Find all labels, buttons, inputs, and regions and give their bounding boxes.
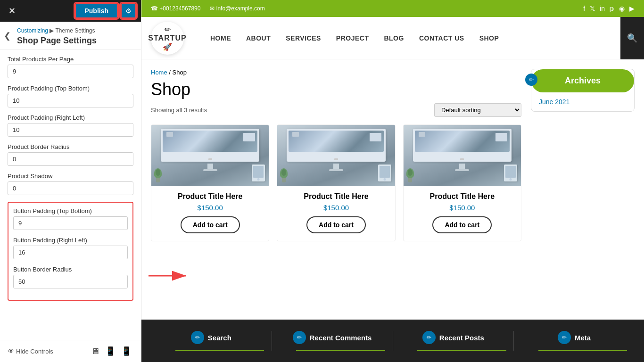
twitter-icon[interactable]: 𝕏 — [590, 5, 595, 12]
nav-link-shop[interactable]: SHOP — [472, 17, 507, 59]
site-top-bar: ☎ +001234567890 ✉ info@example.com f 𝕏 i… — [141, 0, 644, 17]
panel-content: Total Products Per Page Product Padding … — [0, 50, 141, 340]
sort-select[interactable]: Default sortingSort by popularitySort by… — [434, 103, 521, 117]
product-title-0: Product Title Here — [155, 192, 265, 202]
linkedin-icon[interactable]: in — [600, 5, 605, 12]
instagram-icon[interactable]: ◉ — [619, 5, 625, 12]
desktop-view-button[interactable]: 🖥 — [89, 345, 101, 357]
logo-icon: ✏ — [165, 25, 171, 34]
field-input-btn-padding-rl[interactable] — [13, 246, 128, 259]
field-group-btn-padding-rl: Button Padding (Right Left) — [13, 237, 128, 259]
field-input-product-padding-rl[interactable] — [8, 123, 133, 137]
field-label-product-shadow: Product Shadow — [8, 173, 133, 180]
add-to-cart-button-0[interactable]: Add to cart — [181, 216, 240, 233]
field-input-product-border-radius[interactable] — [8, 152, 133, 166]
site-nav: ✏ STARTUP 🚀 HOMEABOUTSERVICESPROJECTBLOG… — [141, 17, 644, 59]
field-group-product-padding-tb: Product Padding (Top Bottom) — [8, 85, 133, 107]
product-price-2: $150.00 — [404, 204, 521, 212]
product-price-0: $150.00 — [151, 204, 269, 212]
hide-controls-label: Hide Controls — [16, 348, 53, 355]
add-to-cart-button-1[interactable]: Add to cart — [306, 216, 366, 233]
publish-button[interactable]: Publish — [75, 3, 118, 18]
highlighted-section: Button Padding (Top Bottom) Button Paddi… — [8, 202, 133, 301]
normal-fields: Total Products Per Page Product Padding … — [8, 56, 133, 195]
field-group-product-border-radius: Product Border Radius — [8, 143, 133, 166]
hide-controls-button[interactable]: 👁 Hide Controls — [8, 347, 53, 355]
archives-body: June 2021 — [531, 92, 634, 111]
field-input-product-shadow[interactable] — [8, 181, 133, 195]
field-label-product-border-radius: Product Border Radius — [8, 143, 133, 150]
archives-widget: ✏ Archives June 2021 — [531, 69, 635, 112]
nav-link-blog[interactable]: BLOG — [376, 17, 411, 59]
footer-widget-search: ✏ Search — [151, 331, 272, 351]
field-label-btn-padding-tb: Button Padding (Top Bottom) — [13, 207, 128, 214]
footer-widget-icon-1: ✏ — [293, 331, 306, 344]
product-card-1: Product Title Here $150.00 Add to cart — [277, 124, 395, 241]
field-group-btn-border-radius: Button Border Radius — [13, 266, 128, 288]
field-input-product-padding-tb[interactable] — [8, 94, 133, 107]
field-input-btn-padding-tb[interactable] — [13, 216, 128, 230]
field-input-total-products[interactable] — [8, 65, 133, 78]
product-title-2: Product Title Here — [407, 192, 517, 202]
customizer-panel: ✕ Publish ⚙ ❮ Customizing ▶ Theme Settin… — [0, 0, 141, 362]
gear-button[interactable]: ⚙ — [121, 3, 136, 18]
facebook-icon[interactable]: f — [583, 5, 585, 12]
nav-link-project[interactable]: PROJECT — [329, 17, 377, 59]
breadcrumb-trail: Home / Shop — [151, 69, 521, 76]
nav-link-services[interactable]: SERVICES — [278, 17, 329, 59]
archives-june-link[interactable]: June 2021 — [539, 98, 570, 106]
contact-info: ☎ +001234567890 ✉ info@example.com — [151, 5, 265, 12]
breadcrumb-trail-sep: / — [167, 69, 173, 76]
product-card-2: Product Title Here $150.00 Add to cart — [403, 124, 521, 241]
search-icon: 🔍 — [627, 33, 637, 43]
youtube-icon[interactable]: ▶ — [629, 5, 635, 12]
footer-widget-title-2: Recent Posts — [439, 334, 484, 342]
nav-link-home[interactable]: HOME — [203, 17, 239, 59]
footer-widget-icon-0: ✏ — [191, 331, 204, 344]
nav-link-contact-us[interactable]: CONTACT US — [412, 17, 472, 59]
product-title-1: Product Title Here — [281, 192, 391, 202]
product-price-1: $150.00 — [277, 204, 395, 212]
tablet-view-button[interactable]: 📱 — [103, 345, 117, 357]
pinterest-icon[interactable]: 𝕡 — [610, 5, 614, 12]
breadcrumb-home[interactable]: Home — [151, 69, 167, 76]
main-area: ☎ +001234567890 ✉ info@example.com f 𝕏 i… — [141, 0, 644, 362]
footer-widget-divider-3 — [538, 350, 627, 351]
footer-widget-recent-posts: ✏ Recent Posts — [393, 331, 514, 351]
nav-links: HOMEABOUTSERVICESPROJECTBLOGCONTACT USSH… — [203, 17, 635, 59]
breadcrumb: Customizing ▶ Theme Settings — [17, 27, 133, 34]
field-label-btn-border-radius: Button Border Radius — [13, 266, 128, 273]
breadcrumb-shop: Shop — [173, 69, 187, 76]
back-button[interactable]: ❮ — [4, 31, 11, 41]
add-to-cart-button-2[interactable]: Add to cart — [432, 216, 492, 233]
field-label-btn-padding-rl: Button Padding (Right Left) — [13, 237, 128, 244]
product-image-1 — [277, 125, 395, 186]
publish-area: Publish ⚙ — [75, 3, 136, 18]
logo-rocket-icon: 🚀 — [163, 42, 172, 51]
products-grid: Product Title Here $150.00 Add to cart — [151, 124, 521, 241]
product-image-2 — [404, 125, 521, 186]
field-group-product-shadow: Product Shadow — [8, 173, 133, 195]
product-card-0: Product Title Here $150.00 Add to cart — [151, 124, 269, 241]
breadcrumb-theme-settings: Theme Settings — [55, 27, 95, 34]
footer-widget-title-0: Search — [208, 334, 231, 342]
mobile-view-button[interactable]: 📱 — [119, 345, 133, 357]
archives-header: Archives — [531, 69, 634, 92]
email-info: ✉ info@example.com — [210, 5, 264, 12]
breadcrumb-customizing[interactable]: Customizing — [17, 27, 48, 34]
footer-widget-meta: ✏ Meta — [514, 331, 635, 351]
field-group-product-padding-rl: Product Padding (Right Left) — [8, 114, 133, 137]
field-group-total-products: Total Products Per Page — [8, 56, 133, 78]
field-label-product-padding-rl: Product Padding (Right Left) — [8, 114, 133, 121]
social-icons: f 𝕏 in 𝕡 ◉ ▶ — [583, 5, 635, 12]
logo-text: STARTUP — [148, 34, 186, 42]
archives-edit-icon[interactable]: ✏ — [525, 74, 537, 86]
search-nav-button[interactable]: 🔍 — [620, 17, 644, 59]
field-group-btn-padding-tb: Button Padding (Top Bottom) — [13, 207, 128, 230]
field-input-btn-border-radius[interactable] — [13, 275, 128, 288]
footer-widget-icon-3: ✏ — [558, 331, 571, 344]
site-footer: ✏ Search ✏ Recent Comments ✏ Recent Post… — [141, 320, 644, 362]
panel-footer: 👁 Hide Controls 🖥 📱 📱 — [0, 340, 141, 362]
nav-link-about[interactable]: ABOUT — [239, 17, 278, 59]
close-button[interactable]: ✕ — [5, 4, 19, 18]
